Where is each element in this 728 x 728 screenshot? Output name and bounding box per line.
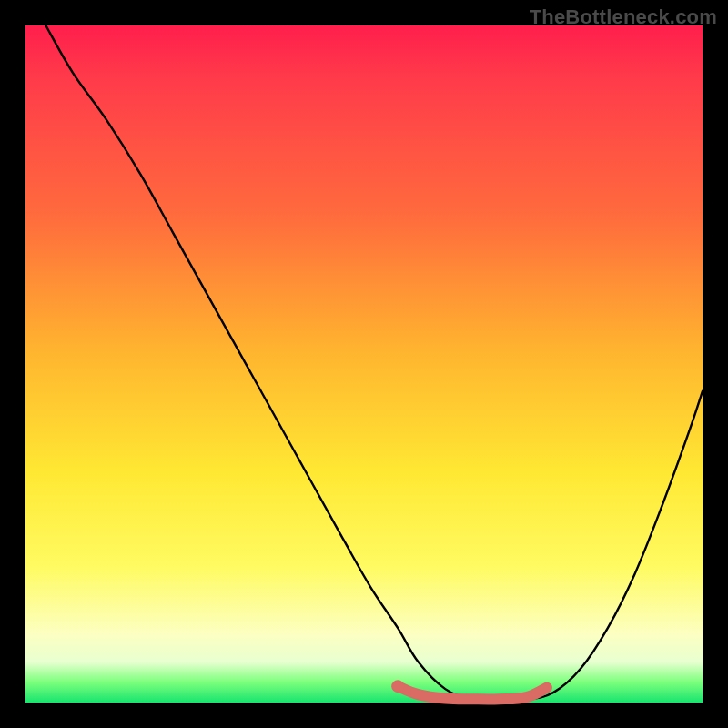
chart-frame: TheBottleneck.com	[0, 0, 728, 728]
plot-area	[25, 25, 703, 703]
highlight-segment	[398, 686, 547, 699]
bottleneck-curve	[46, 25, 703, 701]
chart-svg	[25, 25, 703, 703]
highlight-start-dot	[391, 680, 404, 693]
